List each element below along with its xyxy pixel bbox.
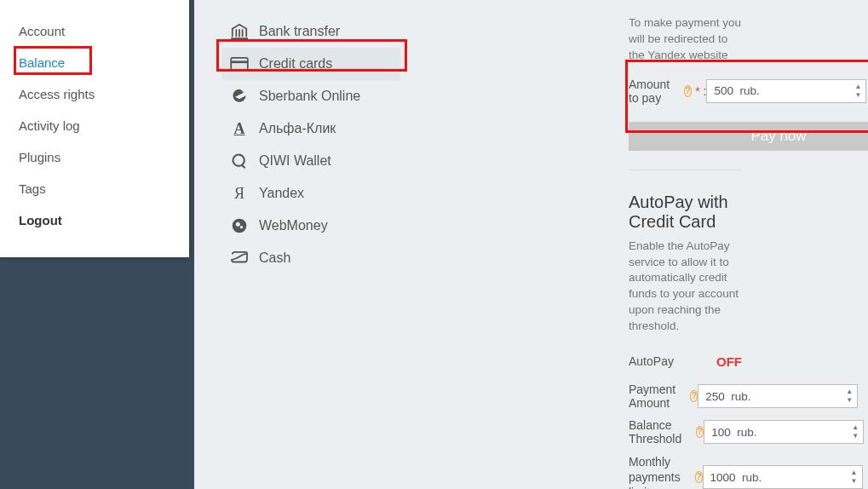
nav-logout[interactable]: Logout [19, 204, 181, 236]
method-label: Cash [259, 250, 290, 266]
amount-input[interactable] [706, 79, 866, 103]
method-label: WebMoney [259, 218, 328, 233]
threshold-input[interactable] [704, 420, 864, 444]
method-sberbank[interactable]: Sberbank Online [221, 80, 400, 112]
method-label: Bank transfer [259, 24, 340, 39]
svg-point-2 [233, 155, 244, 166]
help-icon[interactable]: ? [684, 85, 692, 97]
payment-methods-list: Bank transfer Credit cards Sberbank Onli… [221, 15, 400, 274]
method-yandex[interactable]: Я Yandex [221, 177, 400, 210]
nav-access-rights[interactable]: Access rights [19, 78, 181, 110]
yandex-icon: Я [228, 184, 250, 203]
nav-tags[interactable]: Tags [19, 173, 181, 204]
spinner[interactable]: ▲▼ [842, 385, 856, 407]
monthly-limit-label: Monthly payments limit ? [629, 454, 703, 489]
help-icon[interactable]: ? [690, 390, 698, 402]
svg-point-5 [240, 226, 243, 228]
webmoney-icon [228, 216, 250, 235]
main-area: Bank transfer Credit cards Sberbank Onli… [194, 0, 868, 489]
pay-now-button[interactable]: Pay now [629, 122, 868, 151]
method-label: Альфа-Клик [259, 121, 336, 136]
amount-row: Amount to pay ?*: ▲▼ [629, 78, 742, 105]
sberbank-icon [228, 87, 250, 106]
method-bank-transfer[interactable]: Bank transfer [221, 15, 400, 48]
autopay-title: AutoPay with Credit Card [629, 193, 742, 232]
svg-point-4 [236, 222, 240, 227]
separator [629, 170, 742, 170]
autopay-status-label: AutoPay [629, 354, 716, 368]
spinner[interactable]: ▲▼ [848, 466, 861, 488]
amount-label: Amount to pay ?*: [629, 78, 706, 105]
nav-balance[interactable]: Balance [19, 47, 181, 78]
redirect-hint: To make payment you will be redirected t… [629, 15, 742, 64]
autopay-status-value: OFF [716, 354, 742, 369]
help-icon[interactable]: ? [695, 471, 702, 483]
svg-rect-1 [231, 60, 248, 63]
payment-amount-label: Payment Amount ? [629, 383, 698, 410]
spinner[interactable]: ▲▼ [851, 80, 865, 102]
threshold-label: Balance Threshold ? [629, 418, 704, 446]
left-sidebar: Account Balance Access rights Activity l… [0, 0, 189, 257]
method-alfa[interactable]: A Альфа-Клик [221, 112, 400, 145]
bank-icon [228, 22, 250, 41]
help-icon[interactable]: ? [696, 426, 704, 438]
method-label: Yandex [259, 186, 304, 201]
method-credit-cards[interactable]: Credit cards [221, 48, 400, 80]
payment-amount-input[interactable] [698, 384, 858, 408]
method-qiwi[interactable]: QIWI Wallet [221, 145, 400, 177]
svg-rect-0 [231, 58, 248, 70]
spinner[interactable]: ▲▼ [848, 421, 862, 443]
monthly-limit-input[interactable] [703, 465, 863, 489]
qiwi-icon [228, 152, 250, 170]
cash-icon [228, 249, 250, 268]
autopay-desc: Enable the AutoPay service to allow it t… [629, 239, 742, 335]
alfa-icon: A [228, 119, 250, 138]
card-icon [228, 55, 250, 73]
payment-form-area: To make payment you will be redirected t… [629, 15, 742, 489]
nav-plugins[interactable]: Plugins [19, 141, 181, 173]
method-cash[interactable]: Cash [221, 242, 400, 274]
method-label: Credit cards [259, 56, 332, 72]
method-webmoney[interactable]: WebMoney [221, 210, 400, 242]
nav-account[interactable]: Account [19, 15, 181, 47]
nav-activity-log[interactable]: Activity log [19, 110, 181, 141]
method-label: QIWI Wallet [259, 153, 331, 169]
method-label: Sberbank Online [259, 89, 360, 104]
